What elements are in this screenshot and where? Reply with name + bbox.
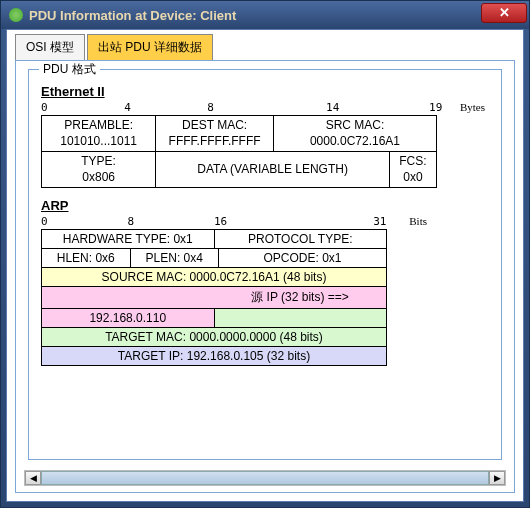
- titlebar[interactable]: PDU Information at Device: Client ✕: [1, 1, 529, 29]
- scale-tick: 31: [373, 215, 386, 228]
- close-button[interactable]: ✕: [481, 3, 527, 23]
- arp-target-mac: TARGET MAC: 0000.0000.0000 (48 bits): [42, 328, 386, 346]
- fcs-value: 0x0: [403, 170, 422, 184]
- arp-hwtype: HARDWARE TYPE: 0x1: [42, 230, 215, 248]
- preamble-value: 101010...1011: [60, 134, 137, 148]
- scale-unit: Bytes: [460, 101, 485, 113]
- arp-packet-block: HARDWARE TYPE: 0x1 PROTOCOL TYPE: HLEN: …: [41, 229, 387, 366]
- type-label: TYPE:: [81, 154, 116, 168]
- scale-tick: 19: [429, 101, 442, 114]
- arp-hlen: HLEN: 0x6: [42, 249, 131, 267]
- arp-bit-scale: 0 8 16 31 Bits: [41, 215, 387, 229]
- scroll-left-arrow-icon[interactable]: ◀: [25, 471, 41, 485]
- pdu-format-fieldset: PDU 格式 Ethernet II 0 4 8 14 19 Bytes PRE…: [28, 69, 502, 460]
- window-title: PDU Information at Device: Client: [29, 8, 236, 23]
- tab-osi-model[interactable]: OSI 模型: [15, 34, 85, 60]
- arp-source-mac: SOURCE MAC: 0000.0C72.16A1 (48 bits): [42, 268, 386, 286]
- ethernet-frame-table: PREAMBLE:101010...1011 DEST MAC:FFFF.FFF…: [41, 115, 437, 188]
- srcmac-label: SRC MAC:: [326, 118, 385, 132]
- scale-tick: 14: [326, 101, 339, 114]
- tab-outbound-pdu-details[interactable]: 出站 PDU 详细数据: [87, 34, 213, 60]
- ethernet-section-title: Ethernet II: [41, 84, 493, 99]
- scroll-track[interactable]: [41, 471, 489, 485]
- app-icon: [9, 8, 23, 22]
- destmac-value: FFFF.FFFF.FFFF: [169, 134, 261, 148]
- content-pane: PDU 格式 Ethernet II 0 4 8 14 19 Bytes PRE…: [15, 60, 515, 493]
- scroll-right-arrow-icon[interactable]: ▶: [489, 471, 505, 485]
- scale-tick: 8: [207, 101, 214, 114]
- arp-target-ip: TARGET IP: 192.168.0.105 (32 bits): [42, 347, 386, 365]
- arp-source-ip-label: 源 IP (32 bits) ==>: [214, 287, 386, 308]
- scale-unit: Bits: [409, 215, 427, 227]
- client-area: OSI 模型 出站 PDU 详细数据 PDU 格式 Ethernet II 0 …: [6, 29, 524, 502]
- fcs-label: FCS:: [399, 154, 426, 168]
- horizontal-scrollbar[interactable]: ◀ ▶: [24, 470, 506, 486]
- arp-section-title: ARP: [41, 198, 493, 213]
- scale-tick: 4: [124, 101, 131, 114]
- scroll-thumb[interactable]: [41, 471, 489, 485]
- arp-plen: PLEN: 0x4: [131, 249, 220, 267]
- arp-ptype: PROTOCOL TYPE:: [215, 230, 387, 248]
- tab-strip: OSI 模型 出站 PDU 详细数据: [7, 30, 523, 60]
- scale-tick: 8: [128, 215, 135, 228]
- type-value: 0x806: [82, 170, 115, 184]
- srcmac-value: 0000.0C72.16A1: [310, 134, 400, 148]
- destmac-label: DEST MAC:: [182, 118, 247, 132]
- arp-opcode: OPCODE: 0x1: [219, 249, 386, 267]
- window-frame: PDU Information at Device: Client ✕ OSI …: [0, 0, 530, 508]
- ethernet-byte-scale: 0 4 8 14 19 Bytes: [41, 101, 437, 115]
- scale-tick: 0: [41, 101, 48, 114]
- data-label: DATA (VARIABLE LENGTH): [197, 162, 348, 176]
- preamble-label: PREAMBLE:: [64, 118, 133, 132]
- scale-tick: 0: [41, 215, 48, 228]
- fieldset-legend: PDU 格式: [39, 61, 100, 78]
- arp-source-ip-value: 192.168.0.110: [42, 309, 215, 327]
- scale-tick: 16: [214, 215, 227, 228]
